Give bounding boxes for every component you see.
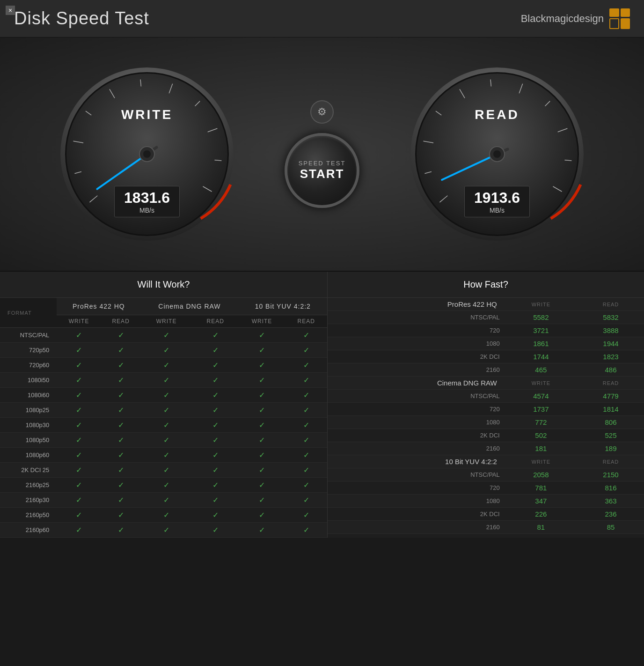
check-cell: ✓	[285, 508, 327, 523]
brand-name: Blackmagicdesign	[521, 13, 604, 25]
write-col-header: WRITE	[505, 377, 578, 390]
check-cell: ✓	[101, 358, 141, 373]
check-cell: ✓	[192, 508, 239, 523]
check-cell: ✓	[140, 388, 192, 403]
will-it-work-table: FORMAT ProRes 422 HQ Cinema DNG RAW 10 B…	[0, 298, 327, 538]
check-cell: ✓	[192, 463, 239, 478]
check-cell: ✓	[57, 403, 101, 418]
codec-name: 10 Bit YUV 4:2:2	[328, 455, 505, 468]
check-cell: ✓	[285, 523, 327, 538]
table-row: 2160p30✓✓✓✓✓✓	[0, 493, 327, 508]
check-cell: ✓	[101, 508, 141, 523]
write-value: 781	[505, 481, 578, 495]
brand-sq-4	[621, 18, 630, 29]
res-label: 2K DCI	[328, 429, 505, 442]
read-gauge: READ 1913.6 MB/s	[408, 65, 586, 243]
check-cell: ✓	[101, 478, 141, 493]
brand-area: Blackmagicdesign	[521, 8, 630, 29]
check-cell: ✓	[239, 343, 285, 358]
check-cell: ✓	[57, 358, 101, 373]
table-row: 2K DCI 25✓✓✓✓✓✓	[0, 463, 327, 478]
check-cell: ✓	[140, 508, 192, 523]
res-label: 720	[328, 324, 505, 337]
check-cell: ✓	[57, 523, 101, 538]
list-item: 1080347363	[328, 495, 644, 508]
write-value: 1744	[505, 350, 578, 363]
read-value: 363	[578, 495, 644, 508]
will-it-work-panel: Will It Work? FORMAT ProRes 422 HQ Cinem…	[0, 272, 328, 538]
res-label: 720	[328, 403, 505, 416]
check-cell: ✓	[57, 493, 101, 508]
write-value: 502	[505, 429, 578, 442]
table-row: 1080p60✓✓✓✓✓✓	[0, 448, 327, 463]
check-cell: ✓	[101, 418, 141, 433]
table-row: 2160p60✓✓✓✓✓✓	[0, 523, 327, 538]
check-cell: ✓	[239, 493, 285, 508]
list-item: 72017371814	[328, 403, 644, 416]
settings-button[interactable]: ⚙	[310, 100, 334, 124]
write-value: 1861	[505, 337, 578, 350]
res-label: 2K DCI	[328, 350, 505, 363]
check-cell: ✓	[57, 508, 101, 523]
list-item: NTSC/PAL55825832	[328, 311, 644, 324]
check-cell: ✓	[57, 328, 101, 343]
check-cell: ✓	[192, 493, 239, 508]
res-label: 1080	[328, 416, 505, 429]
format-col-header: FORMAT	[0, 298, 57, 328]
brand-logo	[609, 8, 630, 29]
read-value: 5832	[578, 311, 644, 324]
table-row: 1080p30✓✓✓✓✓✓	[0, 418, 327, 433]
write-col-header: WRITE	[505, 455, 578, 468]
write-value: 347	[505, 495, 578, 508]
check-cell: ✓	[192, 523, 239, 538]
start-button[interactable]: SPEED TEST START	[285, 133, 359, 208]
codec-yuv-header: 10 Bit YUV 4:2:2	[239, 298, 327, 315]
format-label: 1080p30	[0, 418, 57, 433]
res-label: NTSC/PAL	[328, 311, 505, 324]
check-cell: ✓	[140, 358, 192, 373]
res-label: NTSC/PAL	[328, 390, 505, 403]
check-cell: ✓	[192, 433, 239, 448]
list-item: 108018611944	[328, 337, 644, 350]
check-cell: ✓	[192, 328, 239, 343]
check-cell: ✓	[285, 478, 327, 493]
write-value: 1737	[505, 403, 578, 416]
read-value: 1814	[578, 403, 644, 416]
check-cell: ✓	[140, 523, 192, 538]
data-section: Will It Work? FORMAT ProRes 422 HQ Cinem…	[0, 272, 644, 538]
check-cell: ✓	[192, 388, 239, 403]
table-row: 2160p25✓✓✓✓✓✓	[0, 478, 327, 493]
format-label: 2160p50	[0, 508, 57, 523]
res-label: 2K DCI	[328, 508, 505, 521]
brand-sq-1	[609, 8, 619, 17]
write-value: 772	[505, 416, 578, 429]
check-cell: ✓	[239, 373, 285, 388]
check-cell: ✓	[285, 343, 327, 358]
res-label: 1080	[328, 495, 505, 508]
write-value-box: 1831.6 MB/s	[114, 186, 180, 217]
close-button[interactable]: ×	[6, 6, 15, 15]
read-value: 4779	[578, 390, 644, 403]
check-cell: ✓	[239, 523, 285, 538]
yuv-read-header: READ	[285, 315, 327, 328]
how-fast-header: How Fast?	[328, 272, 644, 298]
svg-text:READ: READ	[475, 107, 519, 122]
write-value: 181	[505, 442, 578, 455]
check-cell: ✓	[101, 328, 141, 343]
codec-row: ProRes 422 HQWRITEREAD	[328, 298, 644, 311]
check-cell: ✓	[140, 373, 192, 388]
start-btn-top: SPEED TEST	[299, 160, 346, 167]
res-label: NTSC/PAL	[328, 468, 505, 481]
list-item: 2160465486	[328, 363, 644, 377]
read-value: 525	[578, 429, 644, 442]
write-unit: MB/s	[123, 207, 171, 214]
list-item: 720781816	[328, 481, 644, 495]
check-cell: ✓	[140, 328, 192, 343]
read-value: 816	[578, 481, 644, 495]
check-cell: ✓	[239, 358, 285, 373]
read-value: 3888	[578, 324, 644, 337]
read-value: 236	[578, 508, 644, 521]
check-cell: ✓	[57, 373, 101, 388]
write-value: 1831.6	[123, 189, 171, 207]
check-cell: ✓	[239, 433, 285, 448]
